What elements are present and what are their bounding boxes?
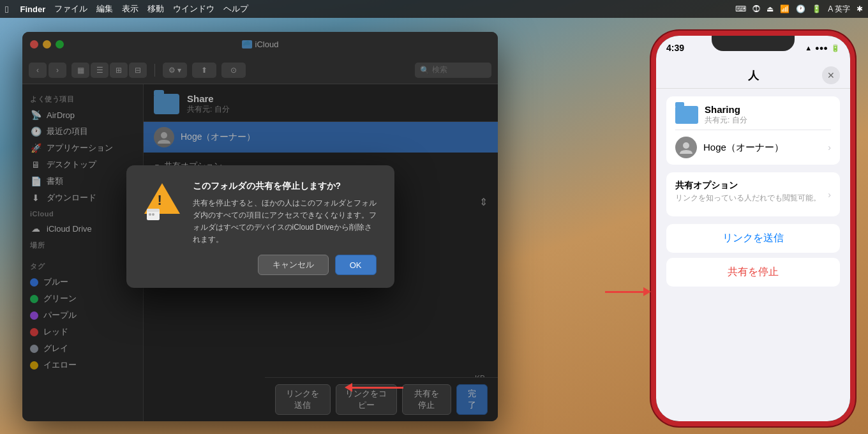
menu-bar-left:  Finder ファイル 編集 表示 移動 ウインドウ ヘルプ — [5, 3, 248, 15]
iphone-screen: 人 ✕ Sharing 共有元: 自分 — [656, 60, 850, 421]
iphone-sharing-section: Sharing 共有元: 自分 Hoge（オーナー） › — [666, 96, 840, 165]
edit-menu-item[interactable]: 編集 — [96, 3, 113, 15]
iphone-options-sub: リンクを知っている人だれでも閲覧可能。 — [675, 193, 821, 204]
arrow-head-left — [345, 383, 352, 392]
warning-icon — [144, 181, 183, 219]
file-menu-item[interactable]: ファイル — [54, 3, 87, 15]
svg-point-4 — [152, 213, 154, 216]
iphone-frame: 4:39 ▲ ●●● 🔋 人 ✕ Sharing 共有元: 自分 — [651, 31, 855, 426]
iphone-user-row[interactable]: Hoge（オーナー） › — [666, 130, 840, 165]
svg-point-5 — [683, 142, 689, 149]
clock-icon[interactable]: 🕐 — [796, 4, 805, 13]
iphone-send-link-button[interactable]: リンクを送信 — [666, 224, 840, 253]
iphone-options-title: 共有オプション — [675, 180, 821, 191]
control-center-icon[interactable]: ⌨ — [735, 4, 746, 13]
main-arrow-annotation — [345, 383, 403, 392]
eject-icon[interactable]: ⏏ — [767, 4, 774, 13]
svg-point-3 — [149, 213, 151, 216]
iphone-nav-bar: 人 ✕ — [656, 60, 850, 89]
iphone-folder-icon — [675, 106, 698, 124]
accessibility-icon[interactable]: ⓵ — [752, 4, 760, 13]
iphone-sharing-header: Sharing 共有元: 自分 — [666, 96, 840, 130]
arrow-line — [352, 387, 403, 389]
iphone-options-section: 共有オプション リンクを知っている人だれでも閲覧可能。 › — [666, 172, 840, 216]
iphone-options-row[interactable]: 共有オプション リンクを知っている人だれでも閲覧可能。 › — [675, 180, 831, 209]
input-method[interactable]: A 英字 — [828, 4, 850, 15]
menu-bar-right: ⌨ ⓵ ⏏ 📶 🕐 🔋 A 英字 ✱ — [735, 4, 863, 15]
view-menu-item[interactable]: 表示 — [122, 3, 138, 15]
iphone-action-section: リンクを送信 共有を停止 — [666, 224, 840, 287]
iphone-options-chevron: › — [828, 190, 831, 200]
svg-rect-2 — [147, 209, 160, 212]
iphone-time: 4:39 — [666, 43, 684, 53]
dialog-title: このフォルダの共有を停止しますか? — [193, 181, 377, 192]
iphone-chevron-icon: › — [828, 142, 831, 153]
iphone-arrow-line — [605, 291, 643, 293]
apple-menu[interactable]:  — [5, 4, 8, 15]
dialog-ok-button[interactable]: OK — [335, 255, 377, 275]
dialog-text: このフォルダの共有を停止しますか? 共有を停止すると、ほかの人はこのフォルダとフ… — [193, 181, 377, 246]
menu-bar:  Finder ファイル 編集 表示 移動 ウインドウ ヘルプ ⌨ ⓵ ⏏ 📶… — [0, 0, 868, 18]
iphone-user-name: Hoge（オーナー） — [703, 142, 821, 154]
iphone-stop-sharing-button[interactable]: 共有を停止 — [666, 258, 840, 287]
wifi-status-icon: ▲ — [805, 44, 812, 52]
stop-sharing-dialog: このフォルダの共有を停止しますか? 共有を停止すると、ほかの人はこのフォルダとフ… — [126, 165, 394, 288]
iphone-folder-name: Sharing — [705, 104, 747, 115]
iphone-notch — [712, 36, 795, 51]
finder-menu-item[interactable]: Finder — [20, 4, 45, 14]
iphone-mockup: 4:39 ▲ ●●● 🔋 人 ✕ Sharing 共有元: 自分 — [651, 31, 855, 426]
bluetooth-icon[interactable]: ✱ — [857, 4, 863, 13]
help-menu-item[interactable]: ヘルプ — [223, 3, 248, 15]
iphone-status-icons: ▲ ●●● 🔋 — [805, 44, 840, 52]
dialog-overlay: このフォルダの共有を停止しますか? 共有を停止すると、ほかの人はこのフォルダとフ… — [22, 32, 498, 421]
dialog-body: 共有を停止すると、ほかの人はこのフォルダとフォルダ内のすべての項目にアクセスでき… — [193, 197, 377, 246]
iphone-folder-meta: 共有元: 自分 — [705, 115, 747, 126]
window-menu-item[interactable]: ウインドウ — [173, 3, 214, 15]
dialog-cancel-button[interactable]: キャンセル — [258, 255, 329, 275]
finder-window: iCloud ‹ › ▦ ☰ ⊞ ⊟ ⚙ ▾ ⬆ ⊙ 🔍 検索 よく使う項目 📡 — [22, 32, 498, 421]
signal-icon: ●●● — [815, 44, 828, 52]
finder-face-icon — [147, 209, 160, 220]
iphone-options-content: 共有オプション リンクを知っている人だれでも閲覧可能。 › — [666, 172, 840, 216]
iphone-arrow-head — [643, 287, 651, 296]
dialog-content: このフォルダの共有を停止しますか? 共有を停止すると、ほかの人はこのフォルダとフ… — [144, 181, 377, 246]
iphone-arrow-annotation — [605, 287, 651, 296]
iphone-options-info: 共有オプション リンクを知っている人だれでも閲覧可能。 — [675, 180, 821, 209]
iphone-user-avatar — [675, 137, 697, 158]
battery-icon[interactable]: 🔋 — [812, 4, 821, 13]
iphone-folder-info: Sharing 共有元: 自分 — [705, 104, 747, 126]
iphone-nav-title: 人 — [748, 68, 759, 83]
go-menu-item[interactable]: 移動 — [147, 3, 164, 15]
wifi-icon[interactable]: 📶 — [780, 4, 789, 13]
dialog-buttons: キャンセル OK — [144, 255, 377, 275]
battery-status-icon: 🔋 — [831, 44, 840, 52]
iphone-close-button[interactable]: ✕ — [822, 66, 840, 84]
